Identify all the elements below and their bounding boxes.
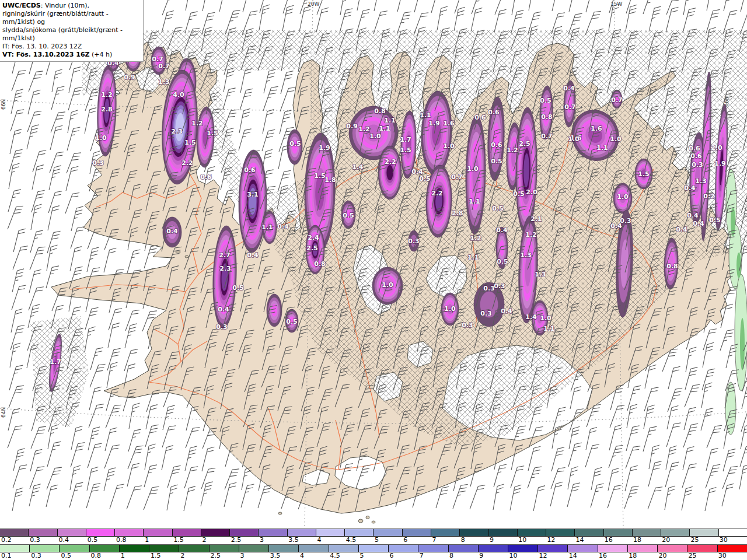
precip-value-label: 0.9	[124, 74, 135, 81]
rain-tick: 6	[390, 552, 394, 559]
sleet-snow-tick: 18	[633, 537, 641, 544]
precip-value-label: 0.4	[166, 228, 178, 235]
sleet-snow-segment	[258, 529, 287, 536]
sleet-snow-segment	[229, 529, 258, 536]
precip-value-label: 0.5	[513, 190, 525, 198]
precip-value-label: 0.4	[563, 85, 575, 92]
precip-value-label: 0.3	[483, 285, 495, 292]
precip-value-label: 1.1	[469, 198, 480, 205]
precip-value-label: 0.3	[692, 161, 703, 169]
sleet-snow-segment	[632, 529, 661, 536]
rain-tick: 5	[359, 552, 364, 559]
rain-segment	[418, 545, 448, 552]
precip-value-label: 0.7	[611, 96, 623, 104]
sleet-snow-segment	[28, 529, 57, 536]
precip-value-label: 1.3	[535, 271, 546, 278]
precip-value-label: 0.3	[480, 310, 492, 317]
sleet-snow-segment	[603, 529, 632, 536]
precip-value-label: 0.4	[277, 223, 289, 230]
precip-value-label: 1.1	[467, 254, 479, 261]
sleet-snow-segment	[546, 529, 574, 536]
rain-tick: 12	[539, 552, 547, 559]
precip-value-label: 0.7	[451, 173, 463, 181]
sleet-snow-segment	[431, 529, 459, 536]
rain-tick: 20	[658, 552, 666, 559]
header-line-init-time: IT: Fös. 13. 10. 2023 12Z	[2, 43, 141, 51]
colorbar-sleet-snow-swatches	[0, 528, 747, 537]
rain-segment	[268, 545, 298, 552]
precip-value-label: 2.2	[181, 159, 193, 167]
sleet-snow-tick: 0.8	[116, 537, 127, 544]
precip-value-label: 0.6	[689, 145, 700, 152]
precip-value-label: 2.1	[530, 215, 542, 223]
lon-label: 20W	[308, 1, 319, 7]
rain-segment	[358, 545, 388, 552]
rain-segment	[598, 545, 627, 552]
sleet-snow-tick: 25	[691, 537, 699, 544]
precip-value-label: 2.8	[452, 209, 463, 217]
precip-value-label: 1.2	[101, 91, 113, 99]
precip-value-label: 0.6	[474, 114, 486, 121]
rain-segment	[29, 545, 59, 552]
precip-value-label: 1.5	[638, 170, 650, 178]
rain-patch	[740, 318, 745, 370]
precip-value-label: 1.2	[525, 231, 537, 239]
header-line-rain-legend: rigning/skúrir (grænt/blátt/rautt - mm/1…	[2, 10, 141, 26]
precip-value-label: 0.7	[541, 132, 553, 140]
map-area: 20W15W66N66N64N 0.80.40.70.70.91.31.24.0…	[0, 0, 747, 528]
sleet-snow-tick: 12	[547, 537, 555, 544]
sleet-snow-segment	[316, 529, 344, 536]
rain-tick: 9	[479, 552, 483, 559]
rain-tick: 25	[689, 552, 697, 559]
sleet-snow-segment	[114, 529, 143, 536]
lat-label: 64N	[1, 407, 6, 418]
rain-segment	[478, 545, 508, 552]
sleet-snow-segment	[661, 529, 689, 536]
precip-value-label: 1.5	[314, 172, 326, 180]
sleet-snow-segment	[143, 529, 172, 536]
precip-value-label: 1.1	[261, 223, 273, 231]
sleet-snow-tick: 3	[260, 537, 264, 544]
rain-tick: 7	[420, 552, 424, 559]
rain-segment	[657, 545, 687, 552]
precip-value-label: 0.5	[419, 175, 431, 183]
precip-value-label: 0.5	[491, 158, 502, 165]
colorbar-rain-ticks: 0.10.30.50.811.522.533.544.5567891012141…	[0, 552, 747, 560]
sleet-snow-tick: 14	[576, 537, 584, 544]
rain-segment	[179, 545, 208, 552]
weather-map-page: 20W15W66N66N64N 0.80.40.70.70.91.31.24.0…	[0, 0, 747, 560]
sleet-snow-segment	[718, 529, 747, 536]
rain-tick: 8	[449, 552, 453, 559]
rain-tick: 3	[240, 552, 245, 559]
forecast-header-box: UWC/ECDS: Vindur (10m), rigning/skúrir (…	[0, 0, 144, 62]
precip-value-label: 2.5	[306, 244, 318, 252]
precip-value-label: 1.1	[596, 144, 608, 152]
precip-value-label: 1.6	[443, 120, 455, 127]
precip-value-label: 0.8	[314, 260, 326, 268]
rain-segment	[448, 545, 478, 552]
sleet-snow-tick: 6	[403, 537, 407, 544]
sleet-snow-segment	[172, 529, 201, 536]
sleet-snow-segment	[287, 529, 316, 536]
sleet-snow-tick: 8	[461, 537, 465, 544]
precip-value-label: 1.5	[184, 139, 196, 146]
precip-value-label: 1.0	[610, 135, 622, 143]
precip-value-label: 0.8	[374, 107, 386, 115]
rain-tick: 0.1	[1, 552, 12, 559]
rain-tick: 0.8	[91, 552, 102, 559]
sleet-snow-segment	[459, 529, 488, 536]
rain-tick: 4.5	[330, 552, 340, 559]
iceland-weather-map-canvas: 20W15W66N66N64N 0.80.40.70.70.91.31.24.0…	[0, 0, 747, 528]
colorbar-sleet-snow: 0.20.30.40.50.811.522.533.544.5567891012…	[0, 528, 747, 544]
precip-value-label: 0.3	[408, 237, 420, 245]
sleet-snow-segment	[86, 529, 114, 536]
precip-value-label: 1.1	[384, 117, 396, 124]
precip-value-label: 1.2	[470, 235, 481, 242]
rain-segment	[537, 545, 567, 552]
sleet-snow-tick: 2.5	[231, 537, 242, 544]
precip-value-label: 0.4	[247, 251, 259, 259]
sleet-snow-tick: 10	[518, 537, 526, 544]
rain-segment	[209, 545, 239, 552]
precip-value-label: 1.3	[695, 177, 707, 185]
precip-value-label: 1.1	[379, 125, 390, 132]
